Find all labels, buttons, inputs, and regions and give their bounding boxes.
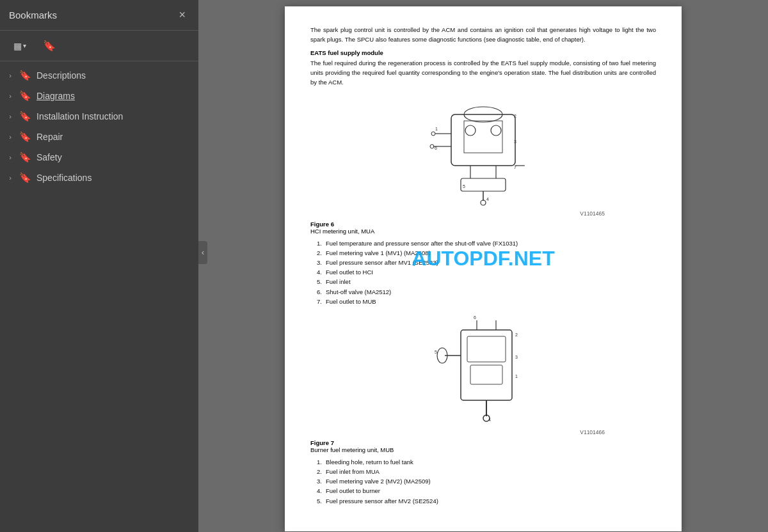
list-item: 5.Fuel inlet [310, 277, 656, 286]
list-item: 5.Fuel pressure sensor after MV2 (SE2524… [310, 496, 656, 506]
list-item: 2.Fuel metering valve 1 (MV1) (MA2508) [310, 248, 656, 258]
sidebar-item-repair[interactable]: › 🔖 Repair [0, 127, 198, 147]
svg-point-3 [465, 125, 476, 136]
bookmark-list: › 🔖 Descriptions › 🔖 Diagrams › 🔖 Instal… [0, 61, 198, 532]
bookmark-decoration: 🔖 [19, 70, 31, 81]
bookmark-decoration: 🔖 [19, 90, 31, 102]
sidebar: Bookmarks × ▦ ▾ 🔖 › 🔖 Descriptions › 🔖 D… [0, 0, 198, 532]
chevron-icon: › [5, 153, 15, 161]
svg-text:3: 3 [515, 355, 518, 359]
bookmark-decoration: 🔖 [19, 172, 31, 184]
intro-paragraph: The spark plug control unit is controlle… [310, 26, 656, 44]
section1-text: The fuel required during the regeneratio… [310, 59, 656, 87]
svg-text:4: 4 [486, 197, 489, 201]
chevron-icon: › [5, 72, 15, 79]
list-item: 1.Fuel temperature and pressure sensor a… [310, 239, 656, 248]
svg-text:6: 6 [474, 315, 476, 320]
grid-view-button[interactable]: ▦ ▾ [8, 38, 32, 54]
svg-text:1: 1 [515, 374, 518, 379]
figure6-id: V1101465 [310, 210, 656, 217]
dropdown-arrow: ▾ [23, 42, 26, 49]
sidebar-item-label: Installation Instruction [36, 111, 192, 121]
svg-text:2: 2 [515, 332, 518, 337]
close-button[interactable]: × [175, 7, 189, 23]
figure6-label: Figure 6 [310, 221, 656, 228]
sidebar-item-installation[interactable]: › 🔖 Installation Instruction [0, 106, 198, 127]
svg-point-9 [481, 200, 486, 205]
bookmark-decoration: 🔖 [19, 131, 31, 143]
bookmark-icon: 🔖 [43, 40, 56, 52]
chevron-icon: › [5, 174, 15, 182]
chevron-icon: › [5, 92, 15, 100]
sidebar-title: Bookmarks [9, 10, 57, 20]
sidebar-toolbar: ▦ ▾ 🔖 [0, 31, 198, 61]
grid-icon: ▦ [13, 41, 22, 51]
figure6-container: 2 3 1 4 5 6 7 V1101465 [310, 95, 656, 217]
bookmark-decoration: 🔖 [19, 111, 31, 122]
sidebar-item-label: Specifications [36, 173, 192, 183]
figure6-sublabel: HCI metering unit, MUA [310, 228, 656, 235]
sidebar-item-label: Repair [36, 132, 192, 142]
document-page: The spark plug control unit is controlle… [285, 6, 682, 531]
figure7-image: 2 3 1 4 5 6 [426, 314, 541, 429]
svg-text:4: 4 [488, 418, 491, 422]
sidebar-item-diagrams[interactable]: › 🔖 Diagrams [0, 86, 198, 106]
sidebar-item-safety[interactable]: › 🔖 Safety [0, 147, 198, 168]
svg-rect-24 [470, 365, 502, 384]
list-item: 3.Fuel metering valve 2 (MV2) (MA2509) [310, 476, 656, 486]
sidebar-item-label: Safety [36, 152, 192, 162]
list-item: 3.Fuel pressure sensor after MV1 (SE2523… [310, 258, 656, 267]
section1-heading: EATS fuel supply module [310, 49, 656, 56]
svg-text:5: 5 [463, 184, 465, 189]
list-item: 4.Fuel outlet to burner [310, 486, 656, 496]
figure7-sublabel: Burner fuel metering unit, MUB [310, 446, 656, 453]
list-item: 7.Fuel outlet to MUB [310, 297, 656, 306]
list-item: 1.Bleeding hole, return to fuel tank [310, 457, 656, 467]
figure7-label: Figure 7 [310, 439, 656, 446]
sidebar-item-descriptions[interactable]: › 🔖 Descriptions [0, 65, 198, 86]
svg-text:3: 3 [514, 139, 516, 144]
figure6-image: 2 3 1 4 5 6 7 [419, 95, 547, 210]
svg-point-11 [431, 132, 435, 136]
bookmark-button[interactable]: 🔖 [37, 36, 61, 55]
figure6-list: 1.Fuel temperature and pressure sensor a… [310, 239, 656, 306]
figure7-container: 2 3 1 4 5 6 V1101466 [310, 314, 656, 435]
chevron-icon: › [5, 113, 15, 120]
svg-rect-7 [461, 178, 506, 191]
main-content-area: The spark plug control unit is controlle… [198, 0, 768, 532]
figure7-list: 1.Bleeding hole, return to fuel tank2.Fu… [310, 457, 656, 506]
list-item: 2.Fuel inlet from MUA [310, 467, 656, 476]
sidebar-item-label: Diagrams [36, 91, 192, 101]
sidebar-item-specifications[interactable]: › 🔖 Specifications [0, 168, 198, 188]
list-item: 6.Shut-off valve (MA2512) [310, 287, 656, 297]
svg-rect-23 [467, 336, 506, 362]
collapse-panel-button[interactable]: ‹ [198, 241, 207, 264]
chevron-icon: › [5, 133, 15, 141]
svg-point-4 [491, 125, 501, 136]
list-item: 4.Fuel outlet to HCI [310, 267, 656, 277]
svg-text:2: 2 [514, 114, 516, 118]
bookmark-decoration: 🔖 [19, 152, 31, 163]
figure7-id: V1101466 [310, 429, 656, 435]
svg-text:5: 5 [435, 350, 437, 354]
sidebar-header: Bookmarks × [0, 0, 198, 31]
sidebar-item-label: Descriptions [36, 70, 192, 81]
svg-text:1: 1 [435, 127, 438, 131]
